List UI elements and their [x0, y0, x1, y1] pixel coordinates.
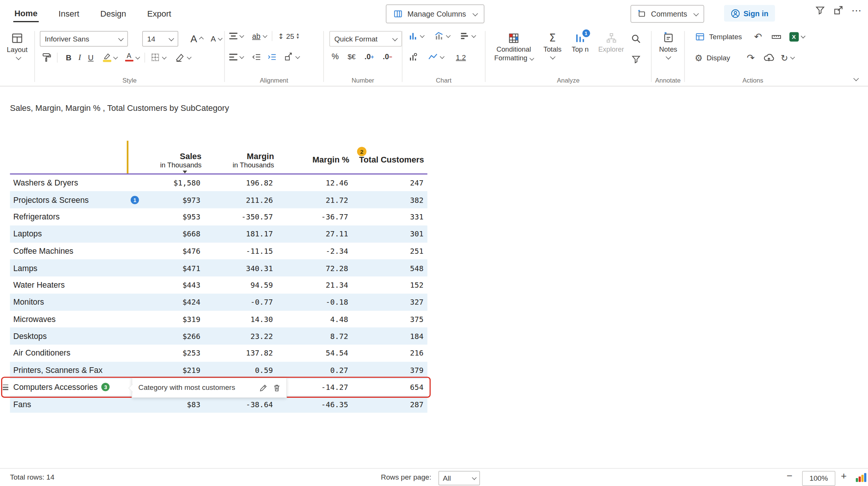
- tab-home[interactable]: Home: [13, 5, 38, 22]
- format-painter-icon[interactable]: [41, 52, 52, 63]
- more-options-icon[interactable]: ⋯: [851, 5, 861, 16]
- column-chart-button[interactable]: [408, 31, 424, 41]
- annotation-callout[interactable]: Category with most customers: [132, 377, 287, 397]
- row-height-stepper[interactable]: ▲ ▼: [296, 33, 300, 40]
- templates-button[interactable]: Templates: [695, 31, 742, 42]
- wrap-text-button[interactable]: ab: [252, 32, 266, 40]
- sign-in-button[interactable]: Sign in: [724, 5, 775, 21]
- sort-desc-icon[interactable]: [183, 170, 187, 173]
- vertical-align-button[interactable]: [229, 33, 243, 39]
- chevron-down-icon: [420, 33, 424, 37]
- cloud-upload-icon: [764, 52, 775, 63]
- cloud-upload-button[interactable]: [764, 52, 775, 63]
- decrease-indent-button[interactable]: [251, 53, 261, 62]
- display-button[interactable]: ⚙ Display: [695, 52, 730, 63]
- tab-insert[interactable]: Insert: [57, 5, 80, 21]
- clear-format-button[interactable]: [175, 52, 191, 62]
- conditional-formatting-button[interactable]: Conditional Formatting: [491, 32, 536, 62]
- highlight-color-button[interactable]: [103, 53, 117, 62]
- horizontal-align-button[interactable]: [229, 54, 243, 60]
- table-row[interactable]: Air Conditioners$253137.8254.54216: [10, 345, 427, 362]
- shrink-font-icon[interactable]: A: [211, 34, 222, 43]
- comment-badge[interactable]: 1: [131, 196, 139, 204]
- row-label: Washers & Dryers: [13, 178, 78, 187]
- chevron-down-icon: [392, 35, 398, 41]
- table-row[interactable]: Monitors$424-0.77-0.18327: [10, 293, 427, 310]
- font-color-button[interactable]: A: [125, 53, 139, 62]
- underline-button[interactable]: U: [85, 53, 96, 62]
- tab-export[interactable]: Export: [146, 5, 173, 21]
- comment-badge[interactable]: 3: [101, 383, 110, 391]
- column-header-sales[interactable]: Sales in Thousands: [127, 142, 201, 173]
- combo-chart-button[interactable]: [434, 31, 449, 41]
- decrease-decimal-button[interactable]: .0−: [383, 52, 392, 61]
- comments-button[interactable]: Comments: [631, 5, 704, 23]
- bar-chart-button[interactable]: [460, 31, 475, 41]
- number-format-button[interactable]: 1.2: [456, 53, 466, 61]
- manage-columns-button[interactable]: Manage Columns: [386, 5, 484, 23]
- table-row[interactable]: Computers Accessories3-14.27654Category …: [10, 379, 427, 396]
- column-header-margin-pct[interactable]: Margin %: [274, 142, 349, 173]
- table-row[interactable]: Laptops$668181.1727.11301: [10, 225, 427, 242]
- table-row[interactable]: Water Heaters$44394.5921.34152: [10, 276, 427, 293]
- table-row[interactable]: Refrigerators$953-350.57-36.77331: [10, 208, 427, 225]
- step-down-icon[interactable]: ▼: [296, 36, 300, 40]
- row-height-control[interactable]: ↕ 25 ▲ ▼: [278, 32, 300, 40]
- currency-format-button[interactable]: $€: [348, 52, 356, 61]
- annotation-grip-icon[interactable]: [3, 385, 8, 390]
- text-orientation-button[interactable]: [283, 52, 299, 62]
- refresh-button[interactable]: ↻: [781, 52, 794, 63]
- table-row[interactable]: Printers, Scanners & Fax$2190.590.27379: [10, 362, 427, 379]
- margin-header-label: Margin: [247, 151, 274, 160]
- chevron-down-icon: [240, 54, 244, 58]
- header-comment-badge[interactable]: 2: [357, 147, 367, 156]
- borders-button[interactable]: [151, 53, 166, 62]
- explorer-button[interactable]: Explorer: [594, 32, 628, 53]
- zoom-out-icon[interactable]: −: [787, 471, 792, 482]
- redo-icon[interactable]: ↷: [747, 52, 755, 63]
- export-excel-button[interactable]: X: [789, 32, 804, 41]
- table-row[interactable]: Coffee Machines$476-11.15-2.34251: [10, 242, 427, 259]
- grow-font-icon[interactable]: A: [190, 33, 203, 44]
- tab-design[interactable]: Design: [99, 5, 127, 21]
- table-row[interactable]: Desktops$26623.228.72184: [10, 328, 427, 345]
- sparkline-button[interactable]: [428, 52, 444, 62]
- chevron-down-icon: [790, 55, 795, 59]
- top-n-button[interactable]: 1 Top n: [567, 32, 593, 53]
- column-header-margin[interactable]: Margin in Thousands: [202, 142, 274, 173]
- increase-indent-button[interactable]: [267, 53, 277, 62]
- highlight-color-swatch: [103, 60, 111, 62]
- ruler-button[interactable]: [771, 31, 781, 42]
- edit-annotation-icon[interactable]: [259, 383, 268, 392]
- analyze-filter-button[interactable]: [631, 54, 641, 64]
- rows-per-page-select[interactable]: All: [439, 471, 480, 485]
- table-row[interactable]: Projectors & Screens1$973211.2621.72382: [10, 191, 427, 208]
- cell-sales: $266: [127, 332, 201, 341]
- chart-style-button[interactable]: [408, 52, 418, 62]
- layout-button[interactable]: Layout: [5, 32, 30, 60]
- font-name-select[interactable]: Inforiver Sans: [40, 31, 128, 46]
- bold-button[interactable]: B: [63, 53, 74, 62]
- filter-icon[interactable]: [815, 5, 825, 15]
- table-row[interactable]: Microwaves$31914.304.48375: [10, 311, 427, 328]
- notes-button[interactable]: Notes: [656, 32, 681, 59]
- quick-format-select[interactable]: Quick Format: [329, 31, 402, 46]
- zoom-level[interactable]: 100%: [802, 471, 835, 486]
- zoom-in-icon[interactable]: +: [841, 471, 847, 482]
- font-size-select[interactable]: 14: [142, 31, 179, 46]
- inforiver-logo-icon[interactable]: [856, 472, 866, 482]
- table-row[interactable]: Fans$83-38.64-46.35287: [10, 396, 427, 413]
- italic-button[interactable]: I: [74, 53, 85, 62]
- totals-button[interactable]: Σ Totals: [540, 32, 565, 59]
- ribbon-group-chart: 1.2 Chart: [402, 27, 485, 86]
- table-row[interactable]: Washers & Dryers$1,580196.8212.46247: [10, 174, 427, 191]
- undo-icon[interactable]: ↶: [754, 31, 762, 42]
- collapse-ribbon-icon[interactable]: [853, 76, 859, 81]
- conditional-formatting-line1: Conditional: [497, 45, 531, 53]
- delete-annotation-icon[interactable]: [272, 383, 281, 392]
- table-row[interactable]: Lamps$471340.3172.28548: [10, 259, 427, 276]
- increase-decimal-button[interactable]: .0+: [364, 52, 374, 61]
- percent-format-button[interactable]: %: [332, 52, 339, 61]
- focus-mode-icon[interactable]: [833, 5, 844, 15]
- search-button[interactable]: [631, 33, 642, 44]
